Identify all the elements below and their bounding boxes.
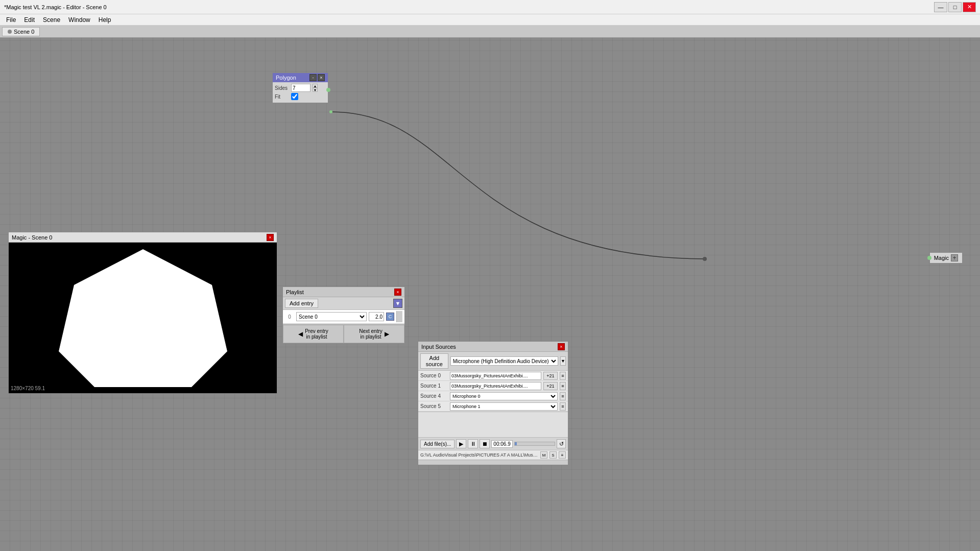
magic-node[interactable]: Magic + — [929, 252, 963, 263]
source-row-5: Source 5 Microphone 1 ≡ — [418, 401, 568, 412]
file-path: G:\VL AudioVisual Projects\PICTURES AT A… — [420, 452, 538, 458]
fit-label: Fit — [275, 94, 289, 100]
playlist-dropdown-button[interactable]: ▼ — [393, 299, 402, 308]
source-1-ctrl-button[interactable]: ≡ — [560, 382, 566, 390]
preview-titlebar: Magic - Scene 0 × — [9, 232, 277, 243]
svg-point-1 — [329, 110, 332, 113]
playback-time: 00:06.9 — [491, 440, 512, 448]
refresh-button[interactable]: ↺ — [557, 439, 566, 448]
stop-button[interactable]: ⏹ — [480, 439, 490, 448]
add-files-button[interactable]: Add file(s)... — [420, 440, 455, 448]
main-canvas[interactable]: Polygon - × Sides ▲ ▼ Fit M — [0, 38, 980, 551]
node-header-controls: - × — [309, 74, 325, 81]
playlist-entries: 0 Scene 0 C — [283, 310, 404, 324]
prev-entry-button[interactable]: ◀ Prev entry in playlist — [283, 325, 344, 343]
entry-duration-input[interactable] — [369, 312, 384, 321]
playlist-toolbar: Add entry ▼ — [283, 297, 404, 310]
add-source-button[interactable]: Add source — [420, 353, 448, 369]
input-sources-titlebar: Input Sources × — [418, 342, 568, 352]
preview-close-button[interactable]: × — [267, 234, 274, 241]
source-row-1: Source 1 03Mussorgsky_PicturesAtAnExhibi… — [418, 381, 568, 391]
playlist-title: Playlist — [286, 289, 304, 295]
progress-fill — [515, 442, 517, 445]
minimize-button[interactable]: — — [934, 2, 947, 12]
menu-window[interactable]: Window — [64, 15, 94, 25]
pause-button[interactable]: ⏸ — [468, 439, 478, 448]
source-0-value[interactable]: 03Mussorgsky_PicturesAtAnExhibi.... — [450, 372, 541, 380]
tabbar: Scene 0 — [0, 26, 980, 38]
titlebar: *Magic test VL 2.magic - Editor - Scene … — [0, 0, 980, 14]
play-button[interactable]: ▶ — [456, 439, 466, 448]
playlist-window: Playlist × Add entry ▼ 0 Scene 0 C ◀ — [282, 286, 405, 344]
maximize-button[interactable]: □ — [948, 2, 962, 12]
fit-checkbox[interactable] — [291, 93, 298, 100]
device-dropdown-button[interactable]: ▼ — [560, 356, 566, 366]
sides-spinner: ▲ ▼ — [313, 84, 318, 92]
svg-marker-2 — [59, 249, 227, 387]
path-m-button[interactable]: M — [540, 451, 547, 459]
magic-plus-button[interactable]: + — [951, 254, 958, 261]
svg-point-0 — [703, 257, 707, 261]
source-5-label: Source 5 — [420, 403, 448, 409]
polygon-node-body: Sides ▲ ▼ Fit — [273, 82, 328, 103]
playlist-entry-row: 0 Scene 0 C — [283, 310, 404, 324]
tab-scene0[interactable]: Scene 0 — [2, 27, 40, 36]
node-close-button[interactable]: × — [318, 74, 325, 81]
menu-file[interactable]: File — [2, 15, 20, 25]
source-5-ctrl-button[interactable]: ≡ — [560, 402, 566, 411]
polygon-node-header: Polygon - × — [273, 73, 328, 82]
next-entry-label-line1: Next entry — [359, 328, 383, 334]
close-button[interactable]: ✕ — [963, 2, 976, 12]
source-4-label: Source 4 — [420, 393, 448, 399]
add-entry-button[interactable]: Add entry — [285, 299, 318, 308]
tab-dot — [8, 30, 12, 34]
input-sources-close-button[interactable]: × — [558, 343, 565, 350]
source-0-val-button[interactable]: +21 — [543, 372, 558, 380]
source-5-select[interactable]: Microphone 1 — [450, 402, 558, 411]
input-sources-toolbar: Add source Microphone (High Definition A… — [418, 352, 568, 371]
sides-up-button[interactable]: ▲ — [313, 84, 318, 88]
prev-entry-label-line2: in playlist — [305, 334, 328, 340]
source-0-label: Source 0 — [420, 373, 448, 378]
sides-connector — [326, 88, 330, 92]
preview-info: 1280×720 59.1 — [11, 386, 45, 391]
sides-down-button[interactable]: ▼ — [313, 88, 318, 92]
prev-entry-label-line1: Prev entry — [305, 328, 328, 334]
playlist-nav: ◀ Prev entry in playlist Next entry in p… — [283, 324, 404, 343]
input-sources-title: Input Sources — [421, 344, 456, 350]
source-1-val-button[interactable]: +21 — [543, 382, 558, 390]
next-entry-button[interactable]: Next entry in playlist ▶ — [344, 325, 404, 343]
menubar: File Edit Scene Window Help — [0, 14, 980, 26]
device-select[interactable]: Microphone (High Definition Audio Device… — [450, 356, 558, 366]
entry-scrollbar[interactable] — [396, 311, 402, 322]
preview-title: Magic - Scene 0 — [12, 234, 52, 241]
entry-scene-select[interactable]: Scene 0 — [296, 312, 367, 321]
preview-canvas: 1280×720 59.1 — [9, 243, 277, 393]
entry-c-button[interactable]: C — [386, 313, 394, 321]
node-collapse-button[interactable]: - — [309, 74, 317, 81]
path-s-button[interactable]: S — [549, 451, 557, 459]
is-bottom-scrollbar[interactable] — [418, 460, 568, 465]
playlist-close-button[interactable]: × — [394, 289, 401, 296]
path-eq-button[interactable]: ≡ — [559, 451, 566, 459]
polygon-node-title: Polygon — [276, 75, 296, 81]
heptagon-shape — [54, 244, 232, 392]
source-4-ctrl-button[interactable]: ≡ — [560, 392, 566, 400]
menu-help[interactable]: Help — [94, 15, 115, 25]
polygon-sides-row: Sides ▲ ▼ — [275, 84, 326, 92]
source-1-value[interactable]: 03Mussorgsky_PicturesAtAnExhibi.... — [450, 382, 541, 390]
titlebar-controls: — □ ✕ — [934, 2, 976, 12]
progress-bar[interactable] — [514, 442, 555, 446]
source-1-label: Source 1 — [420, 383, 448, 389]
menu-scene[interactable]: Scene — [39, 15, 64, 25]
source-row-4: Source 4 Microphone 0 ≡ — [418, 391, 568, 401]
source-0-ctrl-button[interactable]: ≡ — [560, 372, 566, 380]
menu-edit[interactable]: Edit — [20, 15, 39, 25]
titlebar-title: *Magic test VL 2.magic - Editor - Scene … — [4, 4, 107, 10]
is-empty-area — [418, 412, 568, 437]
sides-input[interactable] — [291, 84, 310, 92]
is-transport-bar: Add file(s)... ▶ ⏸ ⏹ 00:06.9 ↺ — [418, 437, 568, 450]
sides-label: Sides — [275, 85, 289, 91]
source-list: Source 0 03Mussorgsky_PicturesAtAnExhibi… — [418, 371, 568, 412]
source-4-select[interactable]: Microphone 0 — [450, 392, 558, 400]
